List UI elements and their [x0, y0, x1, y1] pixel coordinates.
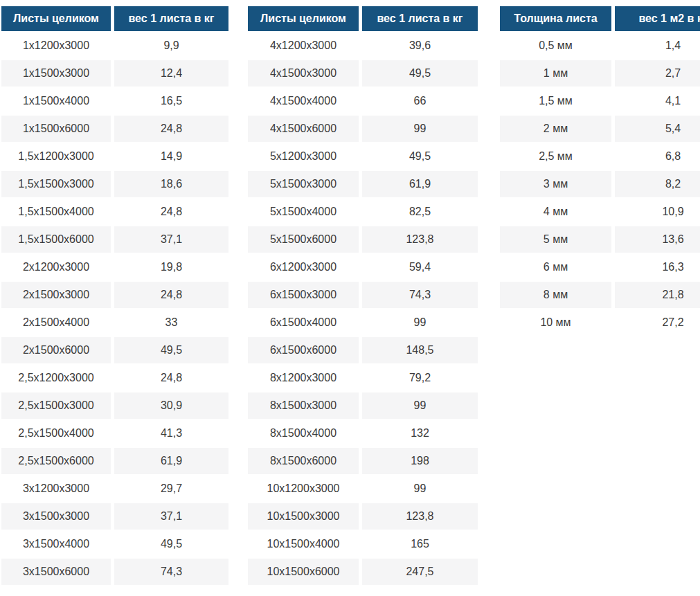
sheet-size-cell: 2x1200x3000 [1, 254, 111, 280]
sheet-weight-cell: 16,5 [114, 88, 228, 114]
m2-weight-cell: 6,8 [615, 143, 700, 170]
table-row: 2,5x1500x6000 61,9 [1, 448, 228, 474]
sheet-weight-cell: 24,8 [114, 282, 228, 308]
table-body: 4x1200x3000 39,6 4x1500x3000 49,5 4x1500… [248, 33, 478, 585]
sheet-weight-cell: 66 [362, 88, 478, 114]
sheet-weight-cell: 49,5 [114, 531, 228, 557]
sheet-weight-table-2: Листы целиком вес 1 листа в кг 4x1200x30… [248, 6, 478, 586]
table-row: 5x1500x3000 61,9 [248, 171, 478, 197]
m2-weight-cell: 10,9 [615, 199, 700, 225]
thickness-cell: 8 мм [500, 282, 611, 308]
table-row: 1,5 мм 4,1 [500, 88, 700, 114]
m2-weight-cell: 2,7 [615, 60, 700, 87]
sheet-size-cell: 3x1200x3000 [1, 476, 111, 502]
table-row: 6x1500x4000 99 [248, 309, 478, 336]
sheet-size-cell: 1,5x1200x3000 [1, 143, 111, 170]
table-row: 2x1500x6000 49,5 [1, 337, 228, 363]
sheet-size-cell: 2,5x1500x6000 [1, 448, 111, 474]
table-row: 0,5 мм 1,4 [500, 33, 700, 59]
sheet-weight-cell: 59,4 [362, 254, 478, 280]
sheet-size-cell: 2x1500x3000 [1, 282, 111, 308]
sheet-weight-cell: 148,5 [362, 337, 478, 363]
table-row: 1x1500x3000 12,4 [1, 60, 228, 87]
table-row: 1,5x1500x4000 24,8 [1, 199, 228, 225]
sheet-size-cell: 6x1500x6000 [248, 337, 359, 363]
table-row: 10 мм 27,2 [500, 309, 700, 336]
m2-weight-cell: 27,2 [615, 309, 700, 336]
sheet-weight-cell: 30,9 [114, 392, 228, 419]
sheet-weight-cell: 123,8 [362, 503, 478, 530]
m2-weight-cell: 5,4 [615, 116, 700, 142]
sheet-weight-cell: 49,5 [114, 337, 228, 363]
sheet-size-cell: 4x1500x3000 [248, 60, 359, 87]
sheet-weight-cell: 9,9 [114, 33, 228, 59]
sheet-weight-cell: 12,4 [114, 60, 228, 87]
table-row: 1,5x1200x3000 14,9 [1, 143, 228, 170]
table-row: 10x1500x4000 165 [248, 531, 478, 557]
table-row: 1,5x1500x6000 37,1 [1, 226, 228, 253]
table-row: 10x1500x3000 123,8 [248, 503, 478, 530]
table-row: 2x1500x4000 33 [1, 309, 228, 336]
table-row: 3x1200x3000 29,7 [1, 476, 228, 502]
sheet-size-cell: 6x1500x3000 [248, 282, 359, 308]
table-row: 3x1500x6000 74,3 [1, 559, 228, 585]
thickness-weight-table: Толщина листа вес 1 м2 в кг 0,5 мм 1,4 1… [500, 6, 700, 337]
sheet-weight-cell: 123,8 [362, 226, 478, 253]
sheet-weight-cell: 39,6 [362, 33, 478, 59]
thickness-cell: 2,5 мм [500, 143, 611, 170]
sheet-size-cell: 4x1200x3000 [248, 33, 359, 59]
table-header-row: Листы целиком вес 1 листа в кг [1, 6, 228, 31]
table-row: 4x1500x3000 49,5 [248, 60, 478, 87]
table-row: 2x1500x3000 24,8 [1, 282, 228, 308]
sheet-weight-cell: 99 [362, 476, 478, 502]
sheet-size-cell: 10x1500x3000 [248, 503, 359, 530]
sheet-size-cell: 1,5x1500x3000 [1, 171, 111, 197]
sheet-size-cell: 5x1200x3000 [248, 143, 359, 170]
sheet-size-cell: 3x1500x3000 [1, 503, 111, 530]
sheet-size-cell: 3x1500x6000 [1, 559, 111, 585]
m2-weight-cell: 16,3 [615, 254, 700, 280]
sheet-weight-cell: 24,8 [114, 199, 228, 225]
table-body: 0,5 мм 1,4 1 мм 2,7 1,5 мм 4,1 2 мм 5,4 [500, 33, 700, 336]
sheet-weight-cell: 165 [362, 531, 478, 557]
thickness-cell: 2 мм [500, 116, 611, 142]
table-row: 5x1500x6000 123,8 [248, 226, 478, 253]
table-row: 1x1200x3000 9,9 [1, 33, 228, 59]
table-row: 5x1500x4000 82,5 [248, 199, 478, 225]
table-row: 1 мм 2,7 [500, 60, 700, 87]
sheet-size-cell: 1,5x1500x6000 [1, 226, 111, 253]
table-row: 8x1500x3000 99 [248, 392, 478, 419]
sheet-weight-table-1: Листы целиком вес 1 листа в кг 1x1200x30… [1, 6, 228, 586]
table-row: 8x1500x6000 198 [248, 448, 478, 474]
sheet-weight-cell: 99 [362, 392, 478, 419]
sheet-size-cell: 6x1200x3000 [248, 254, 359, 280]
table-row: 2,5x1500x3000 30,9 [1, 392, 228, 419]
sheet-size-cell: 8x1500x4000 [248, 420, 359, 446]
sheet-size-cell: 4x1500x4000 [248, 88, 359, 114]
column-header-m2-weight: вес 1 м2 в кг [615, 6, 700, 31]
m2-weight-cell: 1,4 [615, 33, 700, 59]
sheet-weight-cell: 29,7 [114, 476, 228, 502]
sheet-size-cell: 10x1500x4000 [248, 531, 359, 557]
column-header-sheet-weight: вес 1 листа в кг [114, 6, 228, 31]
column-header-sheet-weight: вес 1 листа в кг [362, 6, 478, 31]
sheet-size-cell: 1x1500x3000 [1, 60, 111, 87]
sheet-weight-cell: 41,3 [114, 420, 228, 446]
table-row: 2x1200x3000 19,8 [1, 254, 228, 280]
table-row: 4x1500x6000 99 [248, 116, 478, 142]
sheet-size-cell: 8x1200x3000 [248, 365, 359, 391]
table-row: 4x1500x4000 66 [248, 88, 478, 114]
table-row: 6x1500x6000 148,5 [248, 337, 478, 363]
sheet-weight-cell: 33 [114, 309, 228, 336]
sheet-weight-cell: 49,5 [362, 143, 478, 170]
table-row: 2 мм 5,4 [500, 116, 700, 142]
sheet-weight-cell: 79,2 [362, 365, 478, 391]
table-row: 6 мм 16,3 [500, 254, 700, 280]
sheet-weight-cell: 74,3 [362, 282, 478, 308]
sheet-size-cell: 10x1500x6000 [248, 559, 359, 585]
table-row: 4 мм 10,9 [500, 199, 700, 225]
sheet-weight-cell: 132 [362, 420, 478, 446]
sheet-weight-cell: 99 [362, 116, 478, 142]
thickness-cell: 6 мм [500, 254, 611, 280]
thickness-cell: 3 мм [500, 171, 611, 197]
